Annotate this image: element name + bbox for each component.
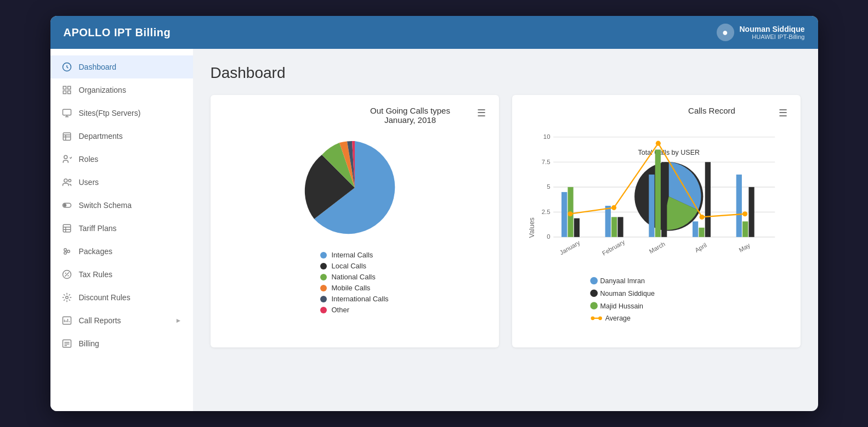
sidebar-item-switch-schema[interactable]: Switch Schema [50, 194, 193, 217]
svg-rect-62 [693, 221, 698, 237]
sidebar-item-discount-rules[interactable]: Discount Rules [50, 286, 193, 309]
svg-point-71 [699, 215, 704, 220]
sidebar-label-call-reports: Call Reports [79, 316, 121, 325]
svg-point-23 [67, 250, 70, 253]
sidebar-item-packages[interactable]: Packages [50, 240, 193, 263]
billing-icon [61, 338, 72, 349]
svg-rect-67 [748, 187, 754, 237]
svg-text:Danyaal Imran: Danyaal Imran [600, 277, 644, 285]
sidebar-label-dashboard: Dashboard [79, 63, 117, 71]
pie-chart-title: Out Going Calls types January, 2018 [348, 106, 473, 125]
svg-text:Total Calls by USER: Total Calls by USER [638, 149, 700, 156]
svg-text:7.5: 7.5 [541, 159, 550, 165]
svg-rect-56 [605, 206, 610, 237]
sidebar-item-billing[interactable]: Billing [50, 332, 193, 355]
svg-rect-64 [705, 162, 710, 237]
svg-point-86 [598, 316, 602, 320]
svg-text:10: 10 [543, 133, 550, 140]
bar-chart-title: Calls Record [650, 106, 774, 115]
legend-item-local: Local Calls [320, 262, 388, 270]
user-profile: ● Nouman Siddique HUAWEI IPT-Billing [717, 24, 805, 41]
sidebar-item-organizations[interactable]: Organizations [50, 78, 193, 102]
svg-point-13 [64, 179, 67, 182]
bar-chart-menu-icon[interactable]: ☰ [779, 107, 787, 119]
pie-chart-header: Out Going Calls types January, 2018 ☰ [224, 106, 486, 125]
svg-rect-5 [63, 109, 71, 115]
svg-text:Majid Hussain: Majid Hussain [600, 302, 643, 310]
sidebar-item-departments[interactable]: Departments [50, 125, 193, 148]
call-reports-icon [61, 315, 72, 326]
departments-icon [61, 131, 72, 142]
sidebar-label-billing: Billing [79, 339, 99, 348]
svg-text:Average: Average [605, 314, 630, 322]
sidebar-item-users[interactable]: Users [50, 171, 193, 194]
pie-chart-svg [300, 136, 410, 240]
pie-chart-legend: Internal Calls Local Calls National Call… [320, 251, 388, 317]
sidebar-item-tariff-plans[interactable]: Tariff Plans [50, 217, 193, 240]
sidebar-label-organizations: Organizations [79, 86, 126, 94]
svg-rect-59 [649, 175, 654, 237]
svg-point-21 [64, 249, 66, 251]
legend-item-internal: Internal Calls [320, 251, 388, 259]
sidebar-label-departments: Departments [79, 132, 123, 141]
sidebar-label-packages: Packages [79, 247, 112, 256]
svg-text:February: February [601, 238, 626, 256]
svg-text:2.5: 2.5 [541, 209, 550, 215]
user-name: Nouman Siddique [740, 25, 805, 33]
sidebar-item-sites[interactable]: Sites(Ftp Servers) [50, 102, 193, 125]
sidebar-label-roles: Roles [79, 155, 99, 164]
user-subtitle: HUAWEI IPT-Billing [740, 33, 805, 40]
legend-dot-internal [320, 252, 327, 259]
svg-point-69 [611, 205, 616, 210]
pie-chart-card: Out Going Calls types January, 2018 ☰ [211, 95, 499, 347]
svg-text:5: 5 [547, 183, 550, 190]
users-icon [61, 177, 72, 188]
legend-label-international: International Calls [331, 295, 388, 303]
sidebar-label-sites: Sites(Ftp Servers) [79, 109, 141, 117]
sidebar: Dashboard Organizations Sites(Ftp Server… [50, 49, 193, 411]
switch-schema-icon [61, 200, 72, 211]
legend-label-other: Other [331, 306, 349, 314]
sidebar-item-tax-rules[interactable]: Tax Rules [50, 263, 193, 286]
layout: Dashboard Organizations Sites(Ftp Server… [50, 49, 818, 411]
svg-point-68 [568, 211, 572, 216]
svg-point-78 [590, 277, 598, 285]
svg-point-80 [590, 289, 598, 297]
sidebar-item-call-reports[interactable]: Call Reports ► [50, 309, 193, 332]
sidebar-label-tax-rules: Tax Rules [79, 270, 112, 279]
packages-icon [61, 246, 72, 257]
svg-text:January: January [558, 239, 581, 256]
discount-icon [61, 292, 72, 303]
sidebar-item-roles[interactable]: Roles [50, 148, 193, 171]
legend-dot-national [320, 274, 327, 280]
sidebar-item-dashboard[interactable]: Dashboard [50, 55, 193, 78]
svg-point-85 [591, 316, 594, 320]
svg-point-29 [67, 275, 69, 276]
legend-dot-international [320, 296, 327, 302]
svg-text:April: April [694, 241, 708, 254]
bar-chart-container: Values 10 7.5 5 2.5 0 [525, 125, 787, 333]
svg-rect-4 [67, 91, 70, 94]
legend-label-national: National Calls [331, 273, 375, 281]
page-title: Dashboard [211, 64, 801, 82]
svg-point-82 [590, 302, 598, 310]
svg-rect-63 [699, 228, 704, 237]
svg-point-12 [64, 155, 67, 159]
svg-rect-3 [63, 91, 66, 94]
pie-chart-container: Internal Calls Local Calls National Call… [224, 130, 486, 317]
svg-rect-57 [611, 217, 617, 237]
pie-chart-menu-icon[interactable]: ☰ [477, 107, 486, 119]
svg-rect-55 [574, 218, 579, 237]
svg-line-24 [66, 250, 67, 251]
legend-item-other: Other [320, 306, 388, 314]
tariff-icon [61, 223, 72, 234]
sidebar-label-discount-rules: Discount Rules [79, 293, 131, 302]
legend-item-international: International Calls [320, 295, 388, 303]
legend-item-national: National Calls [320, 273, 388, 281]
legend-label-mobile: Mobile Calls [331, 284, 370, 292]
svg-rect-1 [63, 86, 66, 89]
bar-chart-card: Calls Record ☰ Values [512, 95, 801, 347]
tax-icon [61, 269, 72, 280]
legend-dot-mobile [320, 285, 327, 291]
svg-rect-65 [736, 175, 741, 237]
